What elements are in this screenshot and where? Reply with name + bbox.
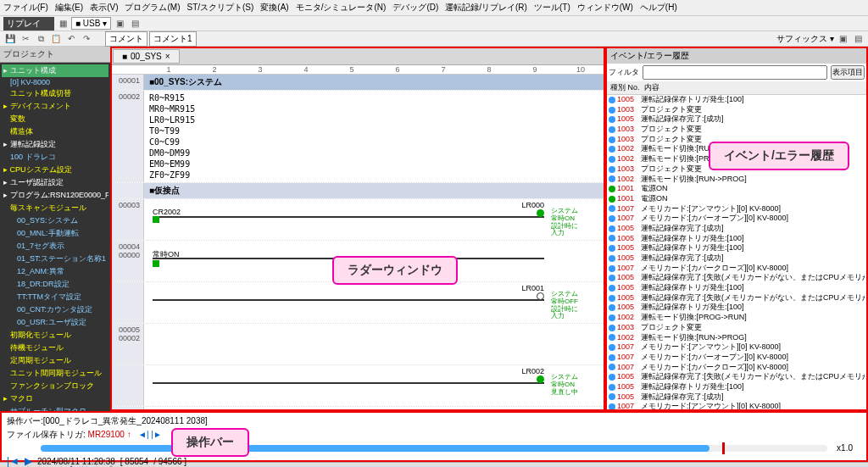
event-row[interactable]: 1005運転記録保存完了:[失敗(メモリカードがない、またはCPUメモリがアンマ… (607, 293, 866, 303)
tree-item[interactable]: 待機モジュール (2, 342, 108, 354)
tree-item[interactable]: 00_USR:ユーザ設定 (2, 316, 108, 329)
event-row[interactable]: 1001電源ON (607, 184, 866, 194)
event-row[interactable]: 1005運転記録保存トリガ発生:[100] (607, 95, 866, 105)
replay-mode-combo[interactable]: リプレイ (3, 17, 54, 31)
event-row[interactable]: 1005運転記録保存完了:[成功] (607, 392, 866, 403)
menu-item[interactable]: 運転記録/リプレイ(R) (445, 2, 527, 14)
step-back-icon[interactable]: ◄| (138, 430, 149, 439)
menu-item[interactable]: ヘルプ(H) (640, 2, 677, 14)
copy-icon[interactable]: ⧉ (34, 32, 47, 46)
event-row[interactable]: 1005運転記録保存完了:[失敗(メモリカードがない、またはCPUメモリがアンマ… (607, 372, 866, 382)
toolbar-icon[interactable]: ▦ (56, 17, 70, 31)
event-row[interactable]: 1007メモリカード:[カバーオープン][0] KV-8000] (607, 214, 866, 224)
event-row[interactable]: 1005運転記録保存トリガ発生:[100] (607, 243, 866, 253)
event-row[interactable]: 1001電源ON (607, 194, 866, 204)
tree-item[interactable]: 18_DR:DR設定 (2, 278, 108, 291)
tree-item[interactable]: 01_ST:ステーション名称1 (2, 253, 108, 265)
position-current[interactable]: [ 85054 (120, 457, 148, 466)
display-items-button[interactable]: 表示項目 (831, 65, 865, 80)
tree-item[interactable]: 構造体 (2, 125, 108, 138)
event-row[interactable]: 1003プロジェクト変更 (607, 323, 866, 333)
tree-item[interactable]: ▸ ユニット構成 (2, 64, 108, 77)
comment1-combo[interactable]: コメント1 (149, 31, 197, 47)
toolbar-icon[interactable]: ▣ (836, 32, 849, 46)
menu-item[interactable]: 表示(V) (90, 2, 118, 14)
cut-icon[interactable]: ✂ (19, 32, 32, 46)
tree-item[interactable]: 12_ANM:異常 (2, 265, 108, 278)
menu-item[interactable]: デバッグ(D) (392, 2, 438, 14)
event-row[interactable]: 1005運転記録保存トリガ発生:[100] (607, 303, 866, 313)
redo-icon[interactable]: ↷ (80, 32, 93, 46)
close-icon[interactable]: × (165, 52, 170, 61)
replay-slider[interactable]: x1.0 (41, 445, 827, 452)
tree-item[interactable]: 毎スキャンモジュール (2, 202, 108, 214)
menu-item[interactable]: 編集(E) (55, 2, 83, 14)
comment-combo[interactable]: コメント (105, 31, 147, 47)
undo-icon[interactable]: ↶ (64, 32, 78, 46)
menu-item[interactable]: プログラム(M) (125, 2, 180, 14)
tree-item[interactable]: TT:TTMタイマ設定 (2, 291, 108, 303)
tree-item[interactable]: 00_MNL:手動運転 (2, 227, 108, 240)
event-row[interactable]: 1007メモリカード:[アンマウント][0] KV-8000] (607, 342, 866, 353)
event-row[interactable]: 1005運転記録保存完了:[成功] (607, 114, 866, 125)
event-row[interactable]: 1002運転モード切換:[PROG->RUN] (607, 313, 866, 323)
ladder-rung[interactable]: CR2002LR000システム常時ON設計時に入力 (144, 199, 604, 240)
event-row[interactable]: 1003プロジェクト変更 (607, 125, 866, 135)
event-row[interactable]: 1007メモリカード:[カバーオープン][0] KV-8000] (607, 353, 866, 363)
tree-item[interactable]: 00_SYS:システム (2, 214, 108, 227)
tree-item[interactable]: ユニット構成切替 (2, 87, 108, 100)
step-fwd-icon[interactable]: |► (151, 430, 162, 439)
tree-item[interactable]: 初期化モジュール (2, 329, 108, 342)
event-row[interactable]: 1005運転記録保存完了:[成功] (607, 253, 866, 264)
tree-item[interactable]: [0] KV-8000 (2, 77, 108, 87)
tree-item[interactable]: ユニット間同期モジュール (2, 367, 108, 380)
event-row[interactable]: 1005運転記録保存完了:[失敗(メモリカードがない、またはCPUメモリがアンマ… (607, 273, 866, 283)
event-row[interactable]: 1005運転記録保存トリガ発生:[100] (607, 283, 866, 293)
tree-item[interactable]: 定周期モジュール (2, 354, 108, 367)
play-icon[interactable]: ▶ (25, 455, 32, 467)
ladder-rung[interactable]: LR002システム常時ON見直し中 (144, 365, 604, 406)
tree-item[interactable]: ▸ プログラム:RSN120E0000_PLC (2, 189, 108, 202)
menu-item[interactable]: 変換(A) (260, 2, 288, 14)
menu-item[interactable]: ST/スクリプト(S) (186, 2, 253, 14)
menu-item[interactable]: ツール(T) (534, 2, 570, 14)
event-row[interactable]: 1007メモリカード:[カバークローズ][0] KV-8000] (607, 264, 866, 274)
tree-item[interactable]: 変数 (2, 113, 108, 125)
ladder-rung[interactable]: LR001システム常時OFF設計時に入力 (144, 282, 604, 323)
filter-input[interactable] (643, 65, 827, 80)
tree-item[interactable]: ▸ マクロ (2, 392, 108, 405)
toolbar-icon[interactable]: ▤ (851, 32, 865, 46)
save-icon[interactable]: 💾 (3, 32, 17, 46)
project-tree[interactable]: ▸ ユニット構成[0] KV-8000ユニット構成切替▸ デバイスコメント変数構… (0, 63, 110, 411)
ladder-tab[interactable]: ■ 00_SYS × (113, 49, 180, 64)
ladder-rung[interactable] (144, 324, 604, 364)
menu-item[interactable]: ファイル(F) (3, 2, 48, 14)
toolbar-icon[interactable]: ▤ (128, 17, 142, 31)
toolbar-icon[interactable]: ▣ (113, 17, 126, 31)
event-row[interactable]: 1007メモリカード:[カバークローズ][0] KV-8000] (607, 363, 866, 373)
tree-item[interactable]: ▸ 運転記録設定 (2, 138, 108, 151)
slider-thumb[interactable] (722, 442, 725, 454)
event-row[interactable]: 1002運転モード切換:[RUN->PROG] (607, 175, 866, 185)
menu-item[interactable]: モニタ/シミュレータ(N) (296, 2, 387, 14)
event-row[interactable]: 1007メモリカード:[アンマウント][0] KV-8000] (607, 402, 866, 409)
tree-item[interactable]: 100 ドラレコ (2, 151, 108, 164)
rewind-icon[interactable]: |◄ (7, 455, 19, 467)
ladder-area[interactable]: 00001 ■00_SYS:システム 00002 R0~R915MR0~MR91… (112, 75, 604, 409)
tree-item[interactable]: ファンクションブロック (2, 380, 108, 392)
tree-item[interactable]: ▸ ユーザ認証設定 (2, 176, 108, 189)
event-row[interactable]: 1003プロジェクト変更 (607, 105, 866, 115)
tree-item[interactable]: 01_7セグ表示 (2, 240, 108, 253)
event-row[interactable]: 1007メモリカード:[アンマウント][0] KV-8000] (607, 204, 866, 214)
event-row[interactable]: 1005運転記録保存完了:[成功] (607, 224, 866, 234)
usb-combo[interactable]: ■ USB ▾ (71, 17, 111, 30)
paste-icon[interactable]: 📋 (49, 32, 63, 46)
menu-item[interactable]: ウィンドウ(W) (577, 2, 633, 14)
tree-item[interactable]: ▸ CPUシステム設定 (2, 164, 108, 176)
event-row[interactable]: 1005運転記録保存トリガ発生:[100] (607, 382, 866, 392)
event-row[interactable]: 1005運転記録保存トリガ発生:[100] (607, 234, 866, 244)
ladder-rung[interactable] (144, 407, 604, 409)
tree-item[interactable]: サブルーチン型マクロ (2, 405, 108, 411)
event-row[interactable]: 1002運転モード切換:[RUN->PROG] (607, 333, 866, 343)
tree-item[interactable]: 00_CNT:カウンタ設定 (2, 303, 108, 316)
